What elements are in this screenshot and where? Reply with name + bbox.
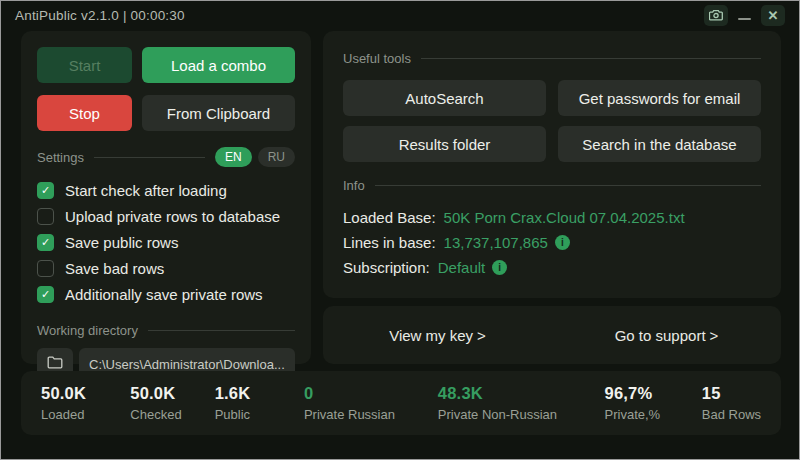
loaded-base-value: 50K Porn Crax.Cloud 07.04.2025.txt (444, 209, 685, 226)
chevron-right-icon: > (710, 327, 719, 344)
info-rows: Loaded Base: 50K Porn Crax.Cloud 07.04.2… (343, 205, 761, 280)
window-controls: ✕ (704, 5, 785, 26)
stat-label: Private Russian (304, 407, 438, 422)
working-directory-label: Working directory (37, 323, 138, 338)
useful-tools-label: Useful tools (343, 51, 411, 66)
stat-loaded: 50.0K Loaded (41, 384, 130, 422)
divider (375, 185, 761, 186)
settings-label: Settings (37, 150, 84, 165)
checkbox-additionally-save-private-rows[interactable]: ✓ Additionally save private rows (37, 281, 295, 307)
close-icon: ✕ (768, 9, 779, 22)
lines-in-base-value: 13,737,107,865 (444, 234, 548, 251)
checkbox-label: Save bad rows (65, 260, 164, 277)
info-icon[interactable]: i (492, 260, 507, 275)
from-clipboard-button[interactable]: From Clipboard (142, 95, 295, 131)
checkbox-label: Upload private rows to database (65, 208, 280, 225)
stat-value: 0 (304, 384, 438, 403)
stat-value: 96,7% (605, 384, 702, 403)
minimize-button[interactable] (738, 10, 751, 20)
go-to-support-link[interactable]: Go to support> (552, 327, 781, 344)
get-passwords-for-email-button[interactable]: Get passwords for email (558, 80, 761, 116)
stat-public: 1.6K Public (215, 384, 304, 422)
autosearch-button[interactable]: AutoSearch (343, 80, 546, 116)
divider (148, 330, 295, 331)
info-row-label: Loaded Base: (343, 209, 436, 226)
divider (94, 157, 205, 158)
checkbox-save-bad-rows[interactable]: ✓ Save bad rows (37, 255, 295, 281)
stat-label: Private,% (605, 407, 702, 422)
info-label: Info (343, 178, 365, 193)
lang-ru-button[interactable]: RU (258, 147, 295, 167)
start-button[interactable]: Start (37, 47, 132, 83)
checkbox-upload-private-rows[interactable]: ✓ Upload private rows to database (37, 203, 295, 229)
stat-label: Private Non-Russian (438, 407, 605, 422)
checkbox-icon: ✓ (37, 208, 54, 225)
close-button[interactable]: ✕ (761, 5, 785, 26)
checkbox-icon: ✓ (37, 234, 54, 251)
tools-info-panel: Useful tools AutoSearch Get passwords fo… (323, 31, 781, 298)
info-row-subscription: Subscription: Default i (343, 255, 761, 280)
info-header: Info (343, 178, 761, 193)
checkbox-icon: ✓ (37, 260, 54, 277)
info-row-label: Lines in base: (343, 234, 436, 251)
stat-label: Loaded (41, 407, 130, 422)
stat-value: 48.3K (438, 384, 605, 403)
stat-value: 15 (702, 384, 761, 403)
checkbox-save-public-rows[interactable]: ✓ Save public rows (37, 229, 295, 255)
lang-en-button[interactable]: EN (215, 147, 252, 167)
stat-label: Checked (130, 407, 214, 422)
useful-tools-header: Useful tools (343, 51, 761, 66)
stat-value: 1.6K (215, 384, 304, 403)
stat-private-percent: 96,7% Private,% (605, 384, 702, 422)
stat-value: 50.0K (41, 384, 130, 403)
divider (421, 58, 761, 59)
info-row-lines-in-base: Lines in base: 13,737,107,865 i (343, 230, 761, 255)
stop-button[interactable]: Stop (37, 95, 132, 131)
results-folder-button[interactable]: Results folder (343, 126, 546, 162)
links-panel: View my key> Go to support> (323, 306, 781, 364)
info-row-label: Subscription: (343, 259, 430, 276)
camera-icon (709, 9, 723, 21)
stat-private-non-russian: 48.3K Private Non-Russian (438, 384, 605, 422)
stats-bar: 50.0K Loaded 50.0K Checked 1.6K Public 0… (21, 371, 781, 435)
useful-tools-buttons: AutoSearch Get passwords for email Resul… (343, 80, 761, 162)
stat-private-russian: 0 Private Russian (304, 384, 438, 422)
settings-header: Settings EN RU (37, 147, 295, 167)
checkbox-label: Additionally save private rows (65, 286, 263, 303)
app-window: AntiPublic v2.1.0 | 00:00:30 ✕ Start L (0, 0, 800, 460)
info-icon[interactable]: i (555, 235, 570, 250)
titlebar: AntiPublic v2.1.0 | 00:00:30 ✕ (1, 1, 799, 29)
subscription-value: Default (438, 259, 486, 276)
stat-value: 50.0K (130, 384, 214, 403)
settings-checkboxes: ✓ Start check after loading ✓ Upload pri… (37, 177, 295, 307)
checkbox-icon: ✓ (37, 286, 54, 303)
working-directory-header: Working directory (37, 323, 295, 338)
stat-bad-rows: 15 Bad Rows (702, 384, 761, 422)
stat-label: Public (215, 407, 304, 422)
control-panel: Start Load a combo Stop From Clipboard S… (21, 31, 311, 364)
view-my-key-link[interactable]: View my key> (323, 327, 552, 344)
load-combo-button[interactable]: Load a combo (142, 47, 295, 83)
stat-label: Bad Rows (702, 407, 761, 422)
search-in-database-button[interactable]: Search in the database (558, 126, 761, 162)
screenshot-button[interactable] (704, 5, 728, 26)
link-label: View my key (389, 327, 473, 344)
chevron-right-icon: > (477, 327, 486, 344)
minimize-icon (738, 18, 751, 20)
stat-checked: 50.0K Checked (130, 384, 214, 422)
info-row-loaded-base: Loaded Base: 50K Porn Crax.Cloud 07.04.2… (343, 205, 761, 230)
checkbox-icon: ✓ (37, 182, 54, 199)
checkbox-label: Save public rows (65, 234, 178, 251)
checkbox-start-check-after-loading[interactable]: ✓ Start check after loading (37, 177, 295, 203)
action-buttons: Start Load a combo Stop From Clipboard (37, 47, 295, 131)
window-title: AntiPublic v2.1.0 | 00:00:30 (15, 8, 185, 23)
link-label: Go to support (615, 327, 706, 344)
checkbox-label: Start check after loading (65, 182, 227, 199)
language-toggle: EN RU (215, 147, 295, 167)
